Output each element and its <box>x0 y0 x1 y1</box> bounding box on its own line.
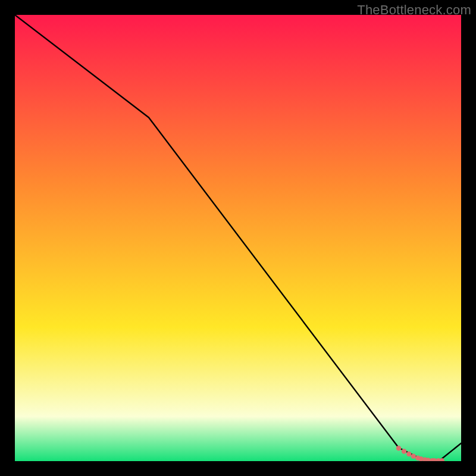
plot-area <box>15 15 461 461</box>
plot-svg <box>15 15 461 461</box>
highlight-dot <box>411 454 416 459</box>
highlight-dot <box>406 452 411 456</box>
chart-frame: TheBottleneck.com <box>0 0 476 476</box>
highlight-dot <box>396 446 401 450</box>
highlight-dot <box>402 449 406 453</box>
gradient-background <box>15 15 461 461</box>
